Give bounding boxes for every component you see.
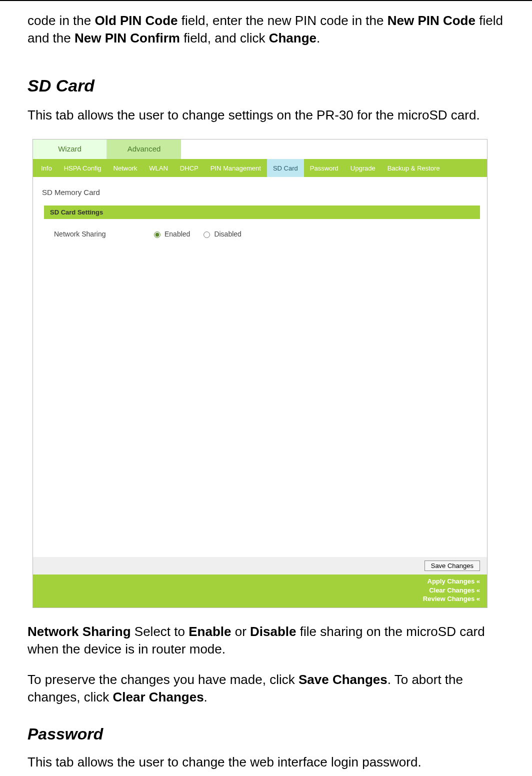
tab-wizard[interactable]: Wizard: [33, 140, 107, 159]
subtab-upgrade[interactable]: Upgrade: [344, 159, 382, 177]
bold-network-sharing: Network Sharing: [28, 624, 131, 639]
save-clear-paragraph: To preserve the changes you have made, c…: [28, 671, 504, 706]
text: field, and click: [180, 30, 269, 46]
text: or: [231, 624, 250, 639]
bold-change: Change: [269, 30, 316, 46]
footer-links: Apply Changes « Clear Changes « Review C…: [33, 574, 487, 608]
radio-enabled[interactable]: Enabled: [152, 230, 190, 238]
text: code in the: [28, 13, 94, 28]
sd-card-settings-bar: SD Card Settings: [44, 206, 480, 219]
subtab-wlan[interactable]: WLAN: [143, 159, 174, 177]
bold-new-pin: New PIN Code: [388, 13, 476, 28]
clear-changes-link[interactable]: Clear Changes «: [33, 586, 480, 595]
password-heading: Password: [28, 725, 504, 744]
panel-title: SD Memory Card: [42, 188, 480, 196]
subtab-backup-restore[interactable]: Backup & Restore: [382, 159, 446, 177]
intro-paragraph: code in the Old PIN Code field, enter th…: [28, 12, 504, 47]
sub-tab-bar: Info HSPA Config Network WLAN DHCP PIN M…: [33, 159, 487, 177]
bold-clear-changes: Clear Changes: [113, 690, 204, 704]
sd-card-desc: This tab allows the user to change setti…: [28, 106, 504, 124]
bold-save-changes: Save Changes: [298, 672, 388, 687]
subtab-pin-management[interactable]: PIN Management: [204, 159, 267, 177]
save-changes-button[interactable]: Save Changes: [424, 560, 480, 571]
bold-new-pin-confirm: New PIN Confirm: [74, 30, 180, 46]
network-sharing-paragraph: Network Sharing Select to Enable or Disa…: [28, 623, 504, 658]
review-changes-link[interactable]: Review Changes «: [33, 594, 480, 604]
subtab-password[interactable]: Password: [304, 159, 344, 177]
apply-changes-link[interactable]: Apply Changes «: [33, 577, 480, 586]
bold-enable: Enable: [188, 624, 231, 639]
save-row: Save Changes: [33, 557, 487, 574]
tab-advanced[interactable]: Advanced: [107, 140, 181, 159]
password-desc: This tab allows the user to change the w…: [28, 754, 504, 771]
text: Select to: [131, 624, 189, 639]
radio-disabled-label: Disabled: [214, 230, 241, 238]
subtab-network[interactable]: Network: [108, 159, 144, 177]
router-ui-screenshot: Wizard Advanced Info HSPA Config Network…: [32, 139, 488, 608]
radio-disabled-input[interactable]: [204, 232, 210, 238]
bold-disable: Disable: [250, 624, 296, 639]
sd-card-heading: SD Card: [28, 76, 504, 96]
bold-old-pin: Old PIN Code: [94, 13, 178, 28]
subtab-dhcp[interactable]: DHCP: [174, 159, 204, 177]
network-sharing-row: Network Sharing Enabled Disabled: [54, 230, 480, 238]
text: .: [316, 30, 320, 46]
panel-content: SD Memory Card SD Card Settings Network …: [33, 177, 487, 407]
radio-enabled-input[interactable]: [154, 232, 160, 238]
subtab-hspa-config[interactable]: HSPA Config: [58, 159, 108, 177]
subtab-sd-card[interactable]: SD Card: [267, 159, 304, 177]
top-tab-bar: Wizard Advanced: [33, 140, 487, 159]
text: field, enter the new PIN code in the: [178, 13, 388, 28]
text: To preserve the changes you have made, c…: [28, 672, 298, 687]
radio-enabled-label: Enabled: [164, 230, 190, 238]
subtab-info[interactable]: Info: [35, 159, 58, 177]
network-sharing-label: Network Sharing: [54, 230, 152, 238]
text: .: [204, 690, 208, 704]
radio-disabled[interactable]: Disabled: [201, 230, 241, 238]
